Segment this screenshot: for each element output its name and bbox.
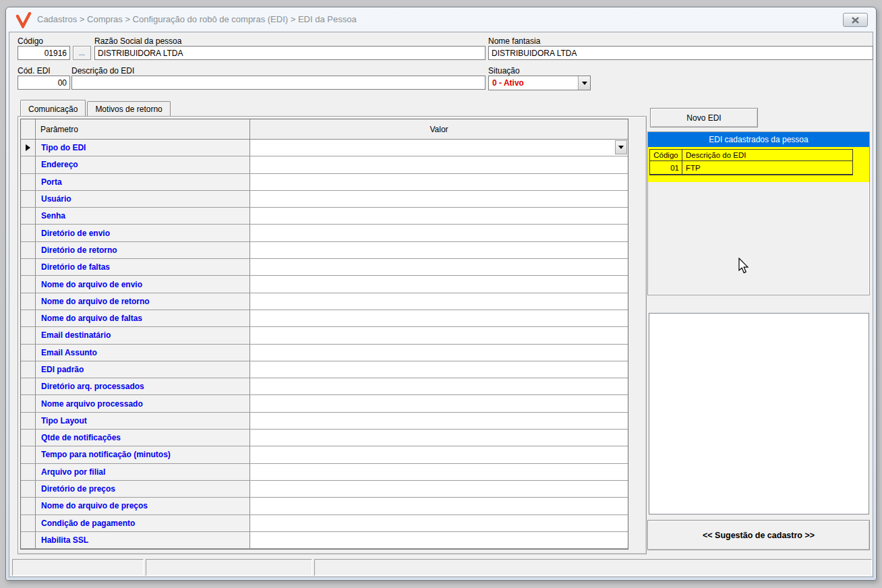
parameter-row[interactable]: Nome do arquivo de retorno <box>21 293 628 310</box>
parameter-row[interactable]: Condição de pagamento <box>21 515 628 532</box>
parameter-value-cell[interactable] <box>250 378 628 394</box>
edi-descricao-column-header: Descrição do EDI <box>682 150 852 160</box>
parameter-name-cell[interactable]: Tempo para notificação (minutos) <box>36 446 250 463</box>
razao-social-input[interactable] <box>94 46 486 60</box>
parameter-value-cell[interactable] <box>250 345 628 361</box>
parameter-row[interactable]: Usuário <box>21 191 628 208</box>
parameter-row[interactable]: Arquivo por filial <box>21 464 628 481</box>
parameter-name-cell[interactable]: Diretório de envio <box>36 225 250 241</box>
parameter-value-cell[interactable] <box>250 242 628 258</box>
codigo-input[interactable] <box>18 46 70 60</box>
parameter-row[interactable]: Nome do arquivo de faltas <box>21 310 628 327</box>
descricao-edi-input[interactable] <box>71 76 486 90</box>
row-indicator-cell <box>21 498 36 514</box>
parameter-row[interactable]: Habilita SSL <box>21 532 628 549</box>
parameter-name-cell[interactable]: Endereço <box>36 156 250 173</box>
parameter-label: Nome do arquivo de retorno <box>41 297 150 306</box>
parameter-value-cell[interactable] <box>250 156 628 173</box>
parameter-name-cell[interactable]: Nome do arquivo de faltas <box>36 310 250 326</box>
parameter-value-cell[interactable] <box>250 395 628 411</box>
value-dropdown-button[interactable] <box>615 140 627 154</box>
parameter-value-cell[interactable] <box>250 532 628 548</box>
parameter-value-cell[interactable] <box>250 413 628 429</box>
parameter-row[interactable]: Qtde de notificações <box>21 430 628 446</box>
parameter-value-cell[interactable] <box>250 361 628 378</box>
cod-edi-input[interactable] <box>18 76 70 90</box>
parameter-row[interactable]: Diretório de preços <box>21 481 628 498</box>
parameter-value-cell[interactable] <box>250 208 628 224</box>
parameter-value-cell[interactable] <box>250 430 628 446</box>
razao-social-label: Razão Social da pessoa <box>94 36 181 46</box>
parameter-label: Diretório de preços <box>41 484 115 494</box>
parameter-row[interactable]: Porta <box>21 174 628 191</box>
parameter-value-cell[interactable] <box>250 464 628 480</box>
edi-grid-body: 01 FTP <box>650 161 852 175</box>
parameter-name-cell[interactable]: Habilita SSL <box>36 532 250 548</box>
parameter-value-cell[interactable] <box>250 310 628 326</box>
person-lookup-button[interactable]: ... <box>73 46 91 60</box>
parameter-name-cell[interactable]: Porta <box>36 174 250 190</box>
row-indicator-cell <box>21 242 36 258</box>
parameter-value-cell[interactable] <box>250 446 628 463</box>
parameter-value-cell[interactable] <box>250 327 628 343</box>
parameter-name-cell[interactable]: EDI padrão <box>36 361 250 378</box>
parameter-value-cell[interactable] <box>250 140 628 156</box>
parameter-name-cell[interactable]: Nome do arquivo de preços <box>36 498 250 514</box>
nome-fantasia-input[interactable] <box>488 46 873 60</box>
parameter-name-cell[interactable]: Diretório de preços <box>36 481 250 497</box>
parameter-label: Diretório arq. processados <box>41 382 144 391</box>
parameter-row[interactable]: Senha <box>21 208 628 225</box>
parameter-name-cell[interactable]: Condição de pagamento <box>36 515 250 531</box>
edi-grid: Código Descrição do EDI 01 FTP <box>649 149 853 175</box>
parameter-name-cell[interactable]: Diretório de faltas <box>36 259 250 275</box>
parameter-row[interactable]: Tipo Layout <box>21 413 628 430</box>
parameter-row[interactable]: Email Assunto <box>21 345 628 361</box>
situacao-combobox[interactable]: 0 - Ativo <box>488 76 591 90</box>
parameter-name-cell[interactable]: Qtde de notificações <box>36 430 250 446</box>
title-bar[interactable]: Cadastros > Compras > Configuração do ro… <box>6 7 876 32</box>
parameter-row[interactable]: Nome arquivo processado <box>21 395 628 412</box>
parameter-row[interactable]: Diretório de retorno <box>21 242 628 259</box>
parameter-name-cell[interactable]: Senha <box>36 208 250 224</box>
close-button[interactable] <box>843 13 868 27</box>
parameter-name-cell[interactable]: Email destinatário <box>36 327 250 343</box>
parameter-row[interactable]: Nome do arquivo de envio <box>21 276 628 293</box>
parameter-grid: Parâmetro Valor Tipo do EDI Endereço <box>20 119 628 550</box>
parameter-value-cell[interactable] <box>250 174 628 190</box>
parameter-name-cell[interactable]: Nome arquivo processado <box>36 395 250 411</box>
parameter-value-cell[interactable] <box>250 515 628 531</box>
tab-motivos-de-retorno[interactable]: Motivos de retorno <box>87 101 170 116</box>
parameter-name-cell[interactable]: Usuário <box>36 191 250 207</box>
parameter-row[interactable]: Diretório de faltas <box>21 259 628 276</box>
parameter-row[interactable]: Diretório de envio <box>21 225 628 241</box>
tab-comunicacao[interactable]: Comunicação <box>20 100 86 116</box>
parameter-name-cell[interactable]: Arquivo por filial <box>36 464 250 480</box>
parameter-row[interactable]: Email destinatário <box>21 327 628 344</box>
parameter-row[interactable]: EDI padrão <box>21 361 628 378</box>
parameter-name-cell[interactable]: Diretório arq. processados <box>36 378 250 394</box>
parameter-name-cell[interactable]: Tipo do EDI <box>36 140 250 156</box>
parameter-name-cell[interactable]: Email Assunto <box>36 345 250 361</box>
parameter-value-cell[interactable] <box>250 259 628 275</box>
parameter-row[interactable]: Nome do arquivo de preços <box>21 498 628 514</box>
parameter-name-cell[interactable]: Diretório de retorno <box>36 242 250 258</box>
parameter-name-cell[interactable]: Nome do arquivo de envio <box>36 276 250 292</box>
parameter-name-cell[interactable]: Nome do arquivo de retorno <box>36 293 250 310</box>
novo-edi-button[interactable]: Novo EDI <box>650 108 758 127</box>
mouse-cursor <box>738 258 750 275</box>
parameter-row[interactable]: Diretório arq. processados <box>21 378 628 395</box>
parameter-label: Diretório de retorno <box>41 245 117 255</box>
parameter-value-cell[interactable] <box>250 276 628 292</box>
parameter-value-cell[interactable] <box>250 225 628 241</box>
parameter-value-cell[interactable] <box>250 498 628 514</box>
parameter-value-cell[interactable] <box>250 481 628 497</box>
parameter-name-cell[interactable]: Tipo Layout <box>36 413 250 429</box>
parameter-row[interactable]: Tipo do EDI <box>21 140 628 156</box>
parameter-value-cell[interactable] <box>250 293 628 310</box>
parameter-row[interactable]: Tempo para notificação (minutos) <box>21 446 628 463</box>
parameter-value-cell[interactable] <box>250 191 628 207</box>
sugestao-de-cadastro-button[interactable]: << Sugestão de cadastro >> <box>647 520 870 550</box>
situacao-dropdown-button[interactable] <box>578 76 590 90</box>
parameter-row[interactable]: Endereço <box>21 156 628 173</box>
edi-list-row[interactable]: 01 FTP <box>650 161 852 175</box>
